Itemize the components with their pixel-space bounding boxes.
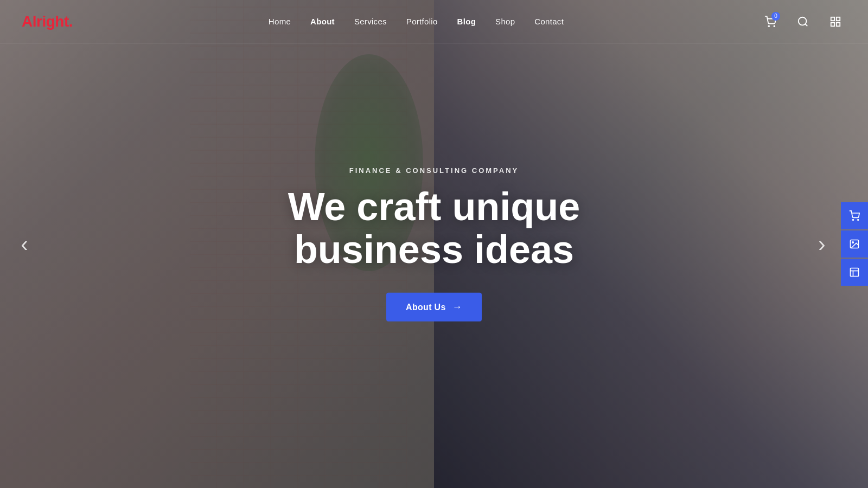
nav-item-shop[interactable]: Shop [495,17,515,27]
cart-badge: 0 [771,12,780,21]
grid-button[interactable] [825,11,846,33]
hero-title-line2: business ideas [294,228,574,271]
hero-content: FINANCE & CONSULTING COMPANY We craft un… [244,166,624,322]
right-sidebar [841,202,868,286]
hero-title-line1: We craft unique [288,185,580,228]
about-us-label: About Us [406,303,446,312]
nav-link-about[interactable]: About [310,17,335,26]
svg-rect-5 [837,17,840,20]
site-logo[interactable]: Alright. [22,13,73,30]
hero-title: We craft unique business ideas [244,185,624,271]
prev-arrow-icon: ‹ [21,233,28,255]
svg-rect-6 [831,22,834,25]
svg-point-8 [853,220,854,221]
nav-link-contact[interactable]: Contact [534,17,564,26]
svg-point-0 [768,25,769,27]
nav-link-services[interactable]: Services [354,17,387,26]
hero-tagline: FINANCE & CONSULTING COMPANY [244,166,624,175]
slider-next-button[interactable]: › [808,230,835,258]
nav-link-home[interactable]: Home [269,17,291,26]
hero-section: Alright. Home About Services Portfolio B… [0,0,868,488]
about-us-button[interactable]: About Us → [386,293,482,322]
nav-item-contact[interactable]: Contact [534,17,564,27]
nav-item-home[interactable]: Home [269,17,291,27]
nav-menu: Home About Services Portfolio Blog Shop … [269,17,564,27]
nav-item-about[interactable]: About [310,17,335,27]
search-button[interactable] [792,11,814,33]
svg-point-2 [799,17,807,25]
search-icon [797,16,809,28]
nav-link-blog[interactable]: Blog [457,17,476,26]
nav-item-portfolio[interactable]: Portfolio [406,17,438,27]
sidebar-image-icon [849,239,860,249]
svg-rect-12 [851,268,859,277]
navbar: Alright. Home About Services Portfolio B… [0,0,868,43]
svg-point-11 [852,242,854,243]
slider-prev-button[interactable]: ‹ [11,230,38,258]
next-arrow-icon: › [818,233,825,255]
cart-button[interactable]: 0 [760,11,781,33]
svg-rect-7 [837,22,840,25]
nav-link-shop[interactable]: Shop [495,17,515,26]
sidebar-cart-icon [849,210,860,221]
svg-line-3 [805,24,807,26]
sidebar-cart-button[interactable] [841,202,868,229]
nav-item-blog[interactable]: Blog [457,17,476,27]
cta-arrow: → [452,301,462,313]
svg-point-9 [858,220,859,221]
navbar-icons: 0 [760,11,846,33]
nav-item-services[interactable]: Services [354,17,387,27]
logo-dot: . [69,13,73,30]
logo-text: Alright [22,13,69,30]
nav-link-portfolio[interactable]: Portfolio [406,17,438,26]
svg-rect-4 [831,17,834,20]
svg-point-1 [774,25,775,27]
sidebar-image-button[interactable] [841,230,868,258]
sidebar-layout-button[interactable] [841,259,868,286]
sidebar-layout-icon [849,267,860,278]
grid-icon [829,16,841,28]
